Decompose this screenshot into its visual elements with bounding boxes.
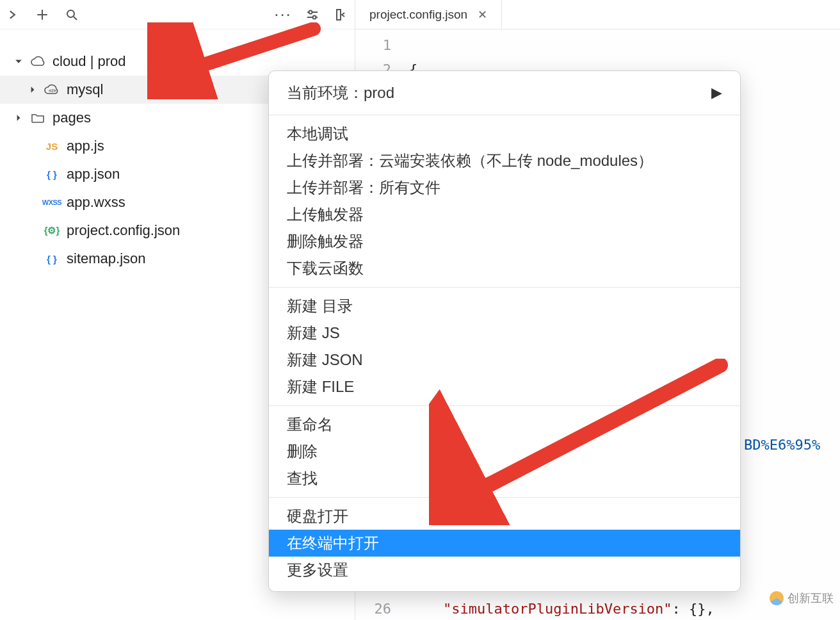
panel-toggle-icon[interactable] (333, 6, 351, 24)
menu-item-find[interactable]: 查找 (269, 465, 740, 492)
menu-item-upload-trigger[interactable]: 上传触发器 (269, 201, 740, 228)
tab-label: project.config.json (369, 8, 467, 22)
menu-item-delete[interactable]: 删除 (269, 438, 740, 465)
settings-toggle-icon[interactable] (303, 6, 321, 24)
menu-item-download-cloud-function[interactable]: 下载云函数 (269, 255, 740, 282)
wxss-file-icon: WXSS (44, 199, 60, 206)
tree-item-label: cloud | prod (52, 53, 126, 70)
tree-item-label: app.json (67, 166, 120, 183)
json-file-icon: { } (44, 169, 60, 180)
menu-item-more-settings[interactable]: 更多设置 (269, 557, 740, 583)
watermark-logo-icon (770, 591, 784, 605)
menu-item-reveal-in-disk[interactable]: 硬盘打开 (269, 503, 740, 530)
code-token: "simulatorPluginLibVersion" (443, 601, 672, 617)
context-menu-group: 重命名 删除 查找 (269, 406, 740, 497)
context-menu: 当前环境： prod ▶ 本地调试 上传并部署：云端安装依赖（不上传 node_… (268, 70, 741, 592)
context-menu-group: 新建 目录 新建 JS 新建 JSON 新建 FILE (269, 288, 740, 405)
editor-tabbar: project.config.json ✕ (355, 0, 840, 29)
js-file-icon: JS (44, 141, 60, 152)
context-menu-header-value: prod (364, 84, 394, 102)
menu-item-delete-trigger[interactable]: 删除触发器 (269, 228, 740, 255)
code-partial-text: BD%E6%95% (744, 437, 820, 453)
editor-tab-active[interactable]: project.config.json ✕ (355, 0, 502, 29)
menu-item-new-file[interactable]: 新建 FILE (269, 373, 740, 400)
context-menu-group: 本地调试 上传并部署：云端安装依赖（不上传 node_modules） 上传并部… (269, 115, 740, 287)
cloud-icon (29, 56, 46, 67)
context-menu-header[interactable]: 当前环境： prod ▶ (269, 71, 740, 115)
svg-point-0 (67, 10, 74, 17)
menu-item-open-in-terminal[interactable]: 在终端中打开 (269, 530, 740, 557)
svg-point-1 (309, 10, 312, 13)
chevron-right-icon (28, 85, 37, 94)
line-number: 26 (355, 597, 391, 620)
code-token: {} (689, 601, 706, 617)
tree-item-label: pages (52, 110, 91, 126)
chevron-right-icon (14, 113, 23, 122)
menu-item-rename[interactable]: 重命名 (269, 411, 740, 438)
chevron-down-icon (14, 57, 23, 66)
svg-rect-3 (337, 10, 341, 20)
context-menu-group: 硬盘打开 在终端中打开 更多设置 (269, 498, 740, 591)
menu-item-new-directory[interactable]: 新建 目录 (269, 293, 740, 320)
menu-item-new-json[interactable]: 新建 JSON (269, 347, 740, 373)
add-icon[interactable] (33, 6, 51, 24)
chevron-right-icon: ▶ (711, 85, 722, 101)
explorer-toolbar: ··· (0, 0, 355, 29)
cloud-function-icon: </> (44, 84, 60, 95)
tree-item-label: mysql (67, 81, 103, 98)
tree-item-label: app.js (67, 138, 104, 154)
json-file-icon: { } (44, 254, 60, 265)
collapse-icon[interactable] (4, 6, 22, 24)
config-file-icon: {⚙} (44, 225, 60, 236)
more-icon[interactable]: ··· (274, 6, 292, 24)
tree-item-label: sitemap.json (67, 250, 146, 267)
watermark: 创新互联 (770, 591, 834, 606)
close-icon[interactable]: ✕ (478, 8, 487, 22)
svg-text:</>: </> (49, 88, 56, 94)
line-number: 1 (355, 33, 391, 58)
menu-item-upload-deploy-cloud-deps[interactable]: 上传并部署：云端安装依赖（不上传 node_modules） (269, 147, 740, 174)
tree-item-label: project.config.json (67, 222, 180, 239)
menu-item-local-debug[interactable]: 本地调试 (269, 120, 740, 147)
watermark-text: 创新互联 (788, 591, 834, 606)
context-menu-header-label: 当前环境： (287, 83, 364, 103)
svg-point-2 (313, 15, 316, 19)
tree-item-label: app.wxss (67, 194, 125, 211)
folder-icon (29, 112, 46, 124)
menu-item-new-js[interactable]: 新建 JS (269, 320, 740, 347)
search-icon[interactable] (63, 6, 81, 24)
menu-item-upload-deploy-all[interactable]: 上传并部署：所有文件 (269, 174, 740, 201)
